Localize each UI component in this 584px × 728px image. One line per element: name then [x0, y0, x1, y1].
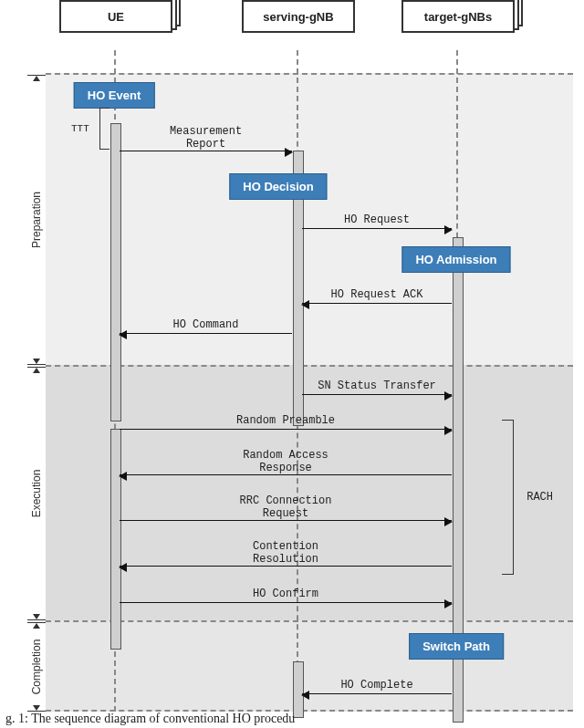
event-ho-admission: HO Admission [402, 246, 510, 273]
lifeline-target-gnbs: target-gNBs [456, 50, 458, 712]
bracket-label: RACH [527, 491, 553, 504]
phase-band-execution [46, 365, 573, 620]
msg-label: RRC ConnectionRequest [240, 495, 332, 521]
msg-rrc-connection-request: RRC ConnectionRequest [120, 520, 452, 521]
lifeline-head-serving-gnb: serving-gNB [242, 0, 355, 33]
lifeline-ue: UE [114, 50, 116, 712]
msg-label: HO Request ACK [331, 289, 423, 302]
phase-label-completion: Completion [27, 622, 46, 712]
bracket-ttt: TTT [99, 108, 110, 150]
msg-label: HO Confirm [253, 588, 318, 601]
msg-label: Random AccessResponse [243, 450, 328, 475]
msg-random-access-response: Random AccessResponse [120, 474, 452, 475]
event-ho-event: HO Event [74, 82, 155, 109]
msg-label: SN Status Transfer [318, 380, 436, 393]
lifeline-head-target-gnbs: target-gNBs [402, 0, 515, 33]
phase-label-execution: Execution [27, 367, 46, 620]
activation-bar [110, 429, 121, 650]
bracket-label: TTT [71, 123, 89, 134]
event-ho-decision: HO Decision [229, 173, 327, 200]
msg-label: MeasurementReport [170, 126, 242, 151]
activation-bar [110, 123, 121, 421]
phase-label-text: Completion [30, 640, 43, 695]
msg-ho-request: HO Request [302, 228, 452, 229]
phase-label-text: Execution [30, 470, 43, 518]
lifeline-label: target-gNBs [424, 10, 492, 24]
msg-label: ContentionResolution [253, 541, 318, 567]
lifeline-label: UE [108, 10, 124, 24]
msg-label: HO Command [172, 319, 238, 332]
lifeline-head-ue: UE [59, 0, 172, 33]
msg-label: Random Preamble [236, 415, 335, 428]
msg-ho-confirm: HO Confirm [120, 602, 452, 603]
bracket-rach: RACH [502, 420, 514, 575]
msg-contention-resolution: ContentionResolution [120, 566, 452, 567]
figure-caption: g. 1: The sequence diagram of convention… [0, 710, 300, 728]
phase-label-text: Preparation [30, 192, 43, 248]
msg-sn-status-transfer: SN Status Transfer [302, 394, 452, 395]
phase-label-preparation: Preparation [27, 75, 46, 365]
lifeline-serving-gnb: serving-gNB [297, 50, 298, 712]
sequence-diagram: Preparation Execution Completion UE serv… [0, 0, 584, 728]
msg-random-preamble: Random Preamble [120, 429, 452, 430]
msg-label: HO Request [344, 214, 410, 227]
msg-measurement-report: MeasurementReport [120, 151, 292, 151]
msg-label: HO Complete [340, 680, 412, 692]
msg-ho-complete: HO Complete [302, 693, 452, 694]
msg-ho-command: HO Command [120, 333, 292, 334]
msg-ho-request-ack: HO Request ACK [302, 303, 452, 304]
lifeline-label: serving-gNB [263, 10, 333, 24]
phase-band-preparation [46, 73, 573, 365]
event-switch-path: Switch Path [409, 633, 504, 660]
